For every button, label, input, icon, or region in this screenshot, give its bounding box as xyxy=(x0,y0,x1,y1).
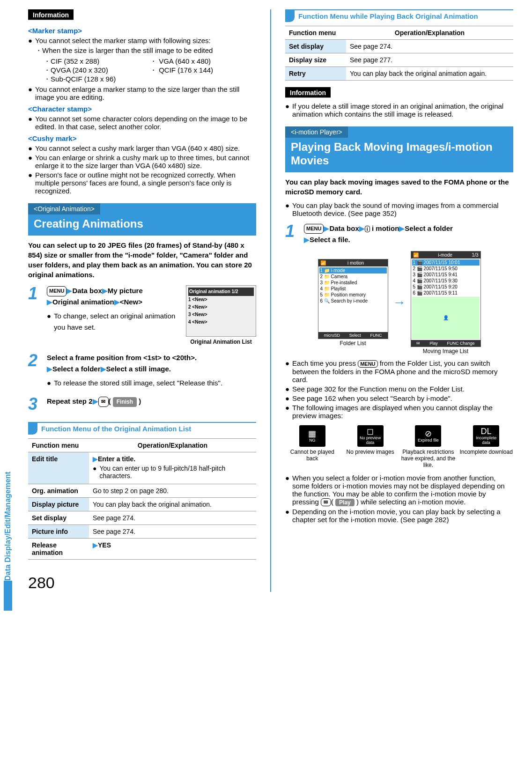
mail-key-icon xyxy=(321,498,331,506)
function-menu-table-1: Function menuOperation/Explanation Edit … xyxy=(28,438,256,560)
after-bullet-6: Depending on the i-motion movie, you can… xyxy=(292,508,513,524)
right-step-1: 1 MENU▶Data box▶i i motion▶Select a fold… xyxy=(285,223,513,245)
step-1: 1 MENU▶Data box▶My picture ▶Original ani… xyxy=(28,285,256,347)
information-tag: Information xyxy=(28,10,74,20)
cushy-bullet-2: You can enlarge or shrink a cushy mark u… xyxy=(35,154,256,170)
marker-bullet-1-sub: ・When the size is larger than the still … xyxy=(35,46,256,55)
sidebar-tab: Data Display/Edit/Management xyxy=(4,459,18,611)
section2-intro: You can play back moving images saved to… xyxy=(285,177,513,197)
step-2: 2 Select a frame position from <1st> to … xyxy=(28,352,256,390)
play-pill: Play xyxy=(335,499,355,506)
info2-bullet: If you delete a still image stored in an… xyxy=(292,102,513,118)
no-preview-icon: ◻ xyxy=(367,427,374,436)
section-title: Creating Animations xyxy=(28,214,256,236)
section2-title: Playing Back Moving Images/i-motion Movi… xyxy=(285,138,513,172)
error-icon-grid: ▦NGCannot be played back ◻No preview dat… xyxy=(285,425,513,468)
preview-photo: 👤 xyxy=(412,297,480,339)
phone-screens: 📶i motion 1 📁 i-mode 2 📁 Camera 3 📁 Pre-… xyxy=(285,251,513,355)
expired-icon: ⊘ xyxy=(425,429,432,438)
step1-sub: To change, select an original animation … xyxy=(54,310,180,333)
column-divider xyxy=(270,9,271,592)
page-number: 280 xyxy=(28,574,256,592)
ng-icon: ▦ xyxy=(308,429,316,438)
function-menu-header-2: Function Menu while Playing Back Origina… xyxy=(285,9,513,22)
section2-tag: <i-motion Player> xyxy=(285,126,348,138)
mail-key-icon xyxy=(98,397,109,407)
left-column: Information <Marker stamp> ● You cannot … xyxy=(28,9,256,592)
marker-bullet-2: You cannot enlarge a marker stamp to the… xyxy=(35,85,256,101)
original-animation-list-screenshot: Original animation 1/2 1 <New> 2 <New> 3… xyxy=(186,285,256,337)
step-3: 3 Repeat step 2▶( Finish ) xyxy=(28,396,256,413)
sec2-bullet-1: You can play back the sound of moving im… xyxy=(292,201,513,217)
step2-sub: To release the stored still image, selec… xyxy=(54,377,256,389)
cushy-bullet-3: Person's face or outline might not be re… xyxy=(35,171,256,195)
section-tag: <Original Animation> xyxy=(28,203,100,214)
moving-image-list-label: Moving Image List xyxy=(411,348,481,355)
section-intro: You can select up to 20 JPEG files (20 f… xyxy=(28,240,256,280)
marker-bullet-1: You cannot select the marker stamp with … xyxy=(35,37,211,44)
character-stamp-heading: <Character stamp> xyxy=(28,105,256,113)
screenshot-label: Original Animation List xyxy=(186,338,256,347)
playing-back-section: <i-motion Player> Playing Back Moving Im… xyxy=(285,126,513,172)
size-list: ・CIF (352 x 288)・ VGA (640 x 480) ・QVGA … xyxy=(44,57,256,84)
right-column: Function Menu while Playing Back Origina… xyxy=(285,9,513,592)
information-tag-2: Information xyxy=(285,88,331,97)
arrow-icon: → xyxy=(393,295,406,310)
creating-animations-section: <Original Animation> Creating Animations xyxy=(28,203,256,236)
finish-pill: Finish xyxy=(113,397,137,407)
folder-list-phone: 📶i motion 1 📁 i-mode 2 📁 Camera 3 📁 Pre-… xyxy=(318,259,388,339)
char-bullet-1: You cannot set some character colors dep… xyxy=(35,115,256,131)
menu-key-icon: MENU xyxy=(304,224,324,234)
function-menu-header-1: Function Menu of the Original Animation … xyxy=(28,422,256,435)
menu-key-icon: MENU xyxy=(358,360,377,368)
after-bullet-5: When you select a folder or i-motion mov… xyxy=(292,474,513,507)
menu-key-icon: MENU xyxy=(47,286,66,296)
after-bullet-1: Each time you press MENU from the Folder… xyxy=(292,359,513,384)
marker-stamp-heading: <Marker stamp> xyxy=(28,27,256,35)
function-menu-table-2: Function menuOperation/Explanation Set d… xyxy=(285,26,513,81)
after-bullet-3: See page 162 when you select "Search by … xyxy=(292,394,513,402)
folder-list-label: Folder List xyxy=(318,340,388,347)
moving-image-list-phone: 📶i-mode1/3 1 🎬 2007/11/15 10:01 2 🎬 2007… xyxy=(411,251,481,347)
sidebar-label: Data Display/Edit/Management xyxy=(4,459,12,581)
cushy-mark-heading: <Cushy mark> xyxy=(28,134,256,142)
after-bullet-4: The following images are displayed when … xyxy=(292,404,513,420)
after-bullet-2: See page 302 for the Function menu on th… xyxy=(292,385,513,393)
incomplete-icon: DL xyxy=(481,427,492,436)
cushy-bullet-1: You cannot select a cushy mark larger th… xyxy=(35,144,256,152)
